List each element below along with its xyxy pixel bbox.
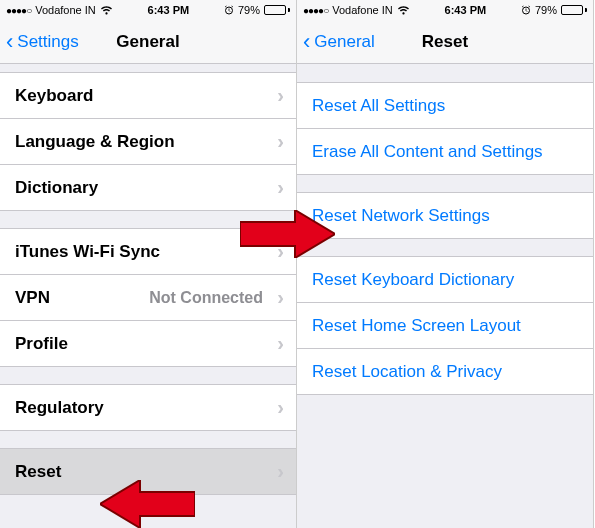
cell-label: Reset — [15, 462, 61, 482]
cell-label: iTunes Wi-Fi Sync — [15, 242, 160, 262]
cell-label: Erase All Content and Settings — [312, 142, 543, 162]
group-network: iTunes Wi-Fi Sync › VPN Not Connected › … — [0, 228, 296, 367]
nav-bar: ‹ General Reset — [297, 20, 593, 64]
battery-pct-label: 79% — [238, 4, 260, 16]
cell-dictionary[interactable]: Dictionary › — [0, 164, 296, 211]
chevron-right-icon: › — [277, 130, 284, 153]
cell-label: Reset Keyboard Dictionary — [312, 270, 514, 290]
cell-label: Reset Network Settings — [312, 206, 490, 226]
group-reset-all: Reset All Settings Erase All Content and… — [297, 82, 593, 175]
back-label: Settings — [17, 32, 78, 52]
cell-label: Language & Region — [15, 132, 175, 152]
status-time: 6:43 PM — [148, 4, 190, 16]
signal-dots-icon: ●●●●○ — [6, 5, 31, 16]
back-button[interactable]: ‹ General — [303, 31, 375, 53]
chevron-right-icon: › — [277, 84, 284, 107]
battery-icon — [264, 5, 290, 15]
cell-keyboard[interactable]: Keyboard › — [0, 72, 296, 119]
chevron-right-icon: › — [277, 176, 284, 199]
cell-regulatory[interactable]: Regulatory › — [0, 384, 296, 431]
cell-label: Keyboard — [15, 86, 93, 106]
cell-label: Reset Home Screen Layout — [312, 316, 521, 336]
back-label: General — [314, 32, 374, 52]
cell-reset-network[interactable]: Reset Network Settings — [297, 192, 593, 239]
status-time: 6:43 PM — [445, 4, 487, 16]
cell-vpn[interactable]: VPN Not Connected › — [0, 274, 296, 321]
cell-label: VPN — [15, 288, 50, 308]
wifi-icon — [100, 5, 113, 15]
back-button[interactable]: ‹ Settings — [6, 31, 79, 53]
status-left: ●●●●○ Vodafone IN — [6, 4, 113, 16]
group-keyboard: Keyboard › Language & Region › Dictionar… — [0, 72, 296, 211]
cell-language-region[interactable]: Language & Region › — [0, 118, 296, 165]
cell-label: Reset All Settings — [312, 96, 445, 116]
cell-reset-keyboard-dictionary[interactable]: Reset Keyboard Dictionary — [297, 256, 593, 303]
status-right: 79% — [521, 4, 587, 16]
carrier-label: Vodafone IN — [332, 4, 393, 16]
status-bar: ●●●●○ Vodafone IN 6:43 PM 79% — [0, 0, 296, 20]
cell-label: Reset Location & Privacy — [312, 362, 502, 382]
cell-reset-home-screen[interactable]: Reset Home Screen Layout — [297, 302, 593, 349]
cell-reset-all-settings[interactable]: Reset All Settings — [297, 82, 593, 129]
wifi-icon — [397, 5, 410, 15]
chevron-left-icon: ‹ — [6, 31, 13, 53]
chevron-left-icon: ‹ — [303, 31, 310, 53]
group-reset: Reset › — [0, 448, 296, 495]
battery-pct-label: 79% — [535, 4, 557, 16]
alarm-icon — [521, 5, 531, 15]
reset-list: Reset All Settings Erase All Content and… — [297, 82, 593, 395]
chevron-right-icon: › — [277, 460, 284, 483]
page-title: Reset — [422, 32, 468, 52]
cell-erase-all[interactable]: Erase All Content and Settings — [297, 128, 593, 175]
chevron-right-icon: › — [277, 396, 284, 419]
alarm-icon — [224, 5, 234, 15]
cell-label: Profile — [15, 334, 68, 354]
chevron-right-icon: › — [277, 332, 284, 355]
screen-reset: ●●●●○ Vodafone IN 6:43 PM 79% ‹ General … — [297, 0, 594, 528]
page-title: General — [116, 32, 179, 52]
status-bar: ●●●●○ Vodafone IN 6:43 PM 79% — [297, 0, 593, 20]
cell-profile[interactable]: Profile › — [0, 320, 296, 367]
group-regulatory: Regulatory › — [0, 384, 296, 431]
screen-general: ●●●●○ Vodafone IN 6:43 PM 79% ‹ Settings… — [0, 0, 297, 528]
group-reset-other: Reset Keyboard Dictionary Reset Home Scr… — [297, 256, 593, 395]
settings-list: Keyboard › Language & Region › Dictionar… — [0, 72, 296, 495]
cell-reset[interactable]: Reset › — [0, 448, 296, 495]
group-reset-network: Reset Network Settings — [297, 192, 593, 239]
chevron-right-icon: › — [277, 286, 284, 309]
chevron-right-icon: › — [277, 240, 284, 263]
cell-detail: Not Connected — [149, 289, 281, 307]
status-left: ●●●●○ Vodafone IN — [303, 4, 410, 16]
cell-label: Dictionary — [15, 178, 98, 198]
status-right: 79% — [224, 4, 290, 16]
cell-reset-location-privacy[interactable]: Reset Location & Privacy — [297, 348, 593, 395]
battery-icon — [561, 5, 587, 15]
cell-label: Regulatory — [15, 398, 104, 418]
nav-bar: ‹ Settings General — [0, 20, 296, 64]
signal-dots-icon: ●●●●○ — [303, 5, 328, 16]
carrier-label: Vodafone IN — [35, 4, 96, 16]
cell-itunes-wifi-sync[interactable]: iTunes Wi-Fi Sync › — [0, 228, 296, 275]
